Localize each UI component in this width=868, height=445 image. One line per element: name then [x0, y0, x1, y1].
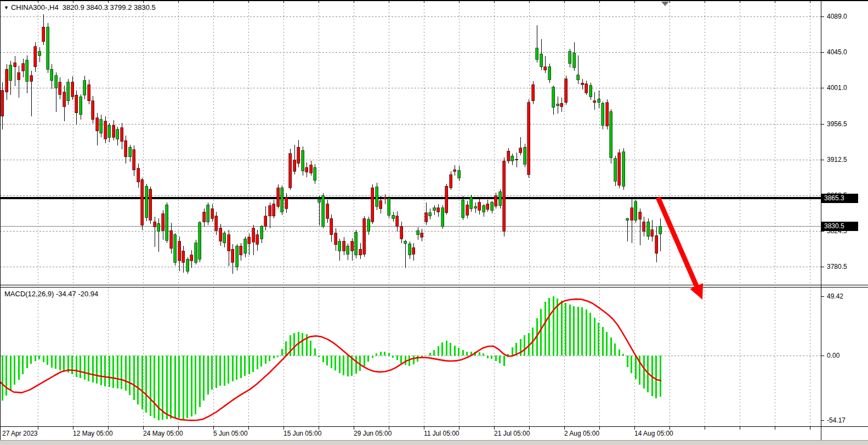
- macd-histogram-bar: [232, 356, 234, 381]
- macd-axis-label: 0.00: [827, 352, 839, 360]
- macd-histogram-bar: [433, 350, 435, 356]
- macd-histogram-bar: [43, 356, 44, 362]
- macd-histogram-bar: [269, 356, 270, 361]
- macd-histogram-bar: [215, 356, 217, 388]
- macd-histogram-bar: [14, 356, 15, 385]
- price-marker-tag: 3865.3: [821, 194, 858, 203]
- macd-histogram-bar: [614, 343, 616, 356]
- macd-histogram-bar: [450, 343, 451, 356]
- macd-histogram-bar: [466, 352, 468, 356]
- macd-histogram-bar: [199, 356, 201, 407]
- macd-histogram-bar: [5, 356, 7, 396]
- macd-histogram-bar: [458, 348, 459, 356]
- macd-histogram-bar: [260, 356, 262, 367]
- time-axis-label: 29 Jun 05:00: [354, 430, 392, 438]
- macd-histogram-bar: [561, 301, 563, 356]
- macd-histogram-bar: [80, 356, 81, 378]
- macd-histogram-bar: [141, 356, 143, 409]
- macd-histogram-bar: [228, 356, 229, 384]
- macd-histogram-bar: [51, 356, 53, 368]
- price-axis-label: 3956.5: [827, 120, 847, 128]
- macd-histogram-bar: [277, 356, 279, 357]
- macd-histogram-bar: [635, 356, 637, 379]
- time-axis-label: 12 May 05:00: [73, 430, 113, 438]
- frame-top: [0, 0, 868, 1]
- bottom-strip: [0, 440, 868, 445]
- macd-histogram: [2, 296, 661, 420]
- macd-axis-label: -54.17: [827, 416, 846, 425]
- macd-histogram-bar: [413, 356, 415, 364]
- macd-histogram-bar: [84, 356, 86, 380]
- macd-histogram-bar: [524, 335, 525, 356]
- macd-histogram-bar: [380, 352, 382, 356]
- macd-histogram-bar: [388, 353, 390, 356]
- macd-histogram-bar: [569, 305, 571, 356]
- macd-histogram-bar: [59, 356, 61, 370]
- macd-histogram-bar: [495, 356, 497, 361]
- macd-histogram-bar: [540, 309, 542, 356]
- macd-histogram-bar: [224, 356, 225, 386]
- price-axis-label: 4001.0: [827, 84, 847, 92]
- candlestick-series[interactable]: [1, 14, 662, 274]
- chart-canvas[interactable]: [0, 0, 868, 445]
- macd-histogram-bar: [203, 356, 205, 401]
- symbol-dropdown-icon[interactable]: ▼: [4, 5, 9, 10]
- macd-histogram-bar: [244, 356, 246, 376]
- macd-histogram-bar: [109, 356, 110, 387]
- macd-histogram-bar: [191, 356, 192, 416]
- macd-histogram-bar: [512, 347, 513, 356]
- macd-histogram-bar: [392, 356, 394, 358]
- macd-histogram-bar: [63, 356, 65, 371]
- macd-histogram-bar: [154, 356, 155, 418]
- macd-histogram-bar: [145, 356, 147, 413]
- macd-histogram-bar: [281, 349, 283, 356]
- macd-histogram-bar: [446, 341, 447, 356]
- macd-histogram-bar: [376, 353, 377, 356]
- macd-histogram-bar: [96, 356, 98, 384]
- macd-histogram-bar: [100, 356, 102, 385]
- macd-histogram-bar: [334, 356, 336, 370]
- macd-histogram-bar: [22, 356, 24, 374]
- macd-histogram-bar: [318, 356, 320, 357]
- time-axis-label: 21 Jul 05:00: [494, 430, 530, 438]
- macd-histogram-bar: [2, 356, 3, 401]
- macd-histogram-bar: [594, 318, 595, 356]
- macd-histogram-bar: [248, 356, 250, 374]
- trend-arrow[interactable]: [658, 198, 703, 300]
- macd-histogram-bar: [441, 342, 443, 356]
- macd-histogram-bar: [150, 356, 151, 416]
- macd-histogram-bar: [285, 341, 287, 356]
- macd-histogram-bar: [314, 348, 316, 356]
- macd-histogram-bar: [499, 356, 501, 363]
- time-axis-label: 24 May 05:00: [143, 430, 183, 438]
- macd-histogram-bar: [92, 356, 94, 382]
- symbol-title[interactable]: ▼CHINA300-,H4 3820.9 3840.3 3799.2 3830.…: [4, 3, 156, 12]
- price-marker-tag: 3830.5: [821, 222, 858, 231]
- macd-histogram-bar: [586, 309, 587, 356]
- macd-histogram-bar: [10, 356, 12, 390]
- time-axis-label: 5 Jun 05:00: [213, 430, 248, 438]
- macd-histogram-bar: [302, 333, 303, 356]
- macd-histogram-bar: [183, 356, 184, 419]
- macd-histogram-bar: [347, 356, 349, 376]
- macd-histogram-bar: [211, 356, 213, 390]
- chart-window: ▼CHINA300-,H4 3820.9 3840.3 3799.2 3830.…: [0, 0, 868, 445]
- macd-histogram-bar: [326, 356, 328, 365]
- macd-histogram-bar: [310, 341, 311, 356]
- macd-histogram-bar: [438, 346, 439, 356]
- chart-shift-marker-icon[interactable]: [661, 2, 669, 6]
- macd-histogram-bar: [104, 356, 106, 386]
- macd-histogram-bar: [487, 356, 489, 358]
- macd-histogram-bar: [322, 356, 324, 362]
- macd-histogram-bar: [178, 356, 180, 418]
- macd-histogram-bar: [384, 352, 385, 356]
- time-axis-label: 11 Jul 05:00: [424, 430, 459, 438]
- macd-histogram-bar: [643, 356, 645, 388]
- macd-histogram-bar: [137, 356, 139, 404]
- macd-histogram-bar: [339, 356, 341, 373]
- macd-histogram-bar: [170, 356, 172, 419]
- macd-histogram-bar: [503, 356, 505, 366]
- macd-histogram-bar: [18, 356, 20, 380]
- macd-histogram-bar: [553, 296, 554, 356]
- time-axis-label: 27 Apr 2023: [2, 430, 38, 438]
